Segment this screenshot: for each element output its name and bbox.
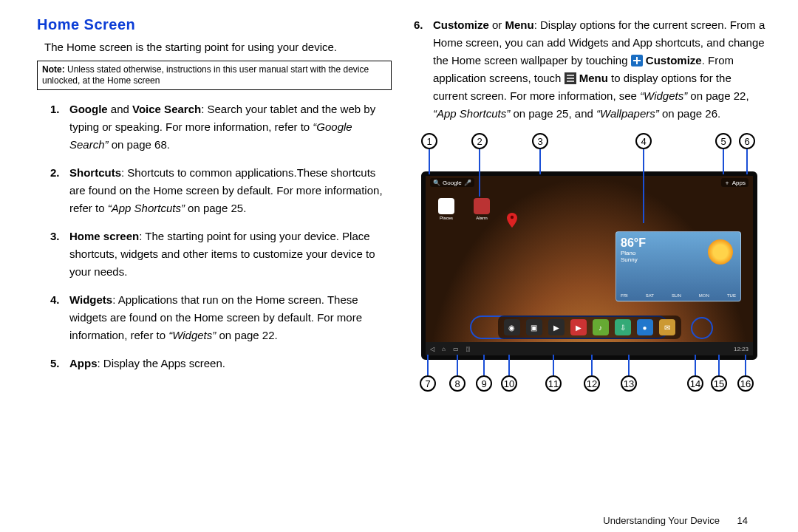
system-bar: ◁ ⌂ ▭ ⍰ 12:23	[426, 342, 753, 355]
cross-ref: “App Shortcuts”	[108, 202, 185, 214]
callout: 1	[421, 133, 437, 149]
dock-camera[interactable]: ◉	[504, 319, 520, 335]
callout: 15	[711, 375, 727, 392]
callout: 14	[687, 375, 703, 392]
plus-icon	[631, 55, 643, 66]
home-icon[interactable]: ⌂	[442, 346, 446, 352]
tablet-screenshot: 🔍 Google 🎤 ＋ Apps Places Alarm 86°F Plan…	[421, 171, 757, 360]
callout: 6	[739, 133, 755, 149]
item-number: 3.	[50, 228, 60, 245]
dock: ◉▣▶▶♪⇩●✉	[498, 316, 681, 339]
callout: 10	[501, 375, 517, 392]
menu-icon	[565, 72, 576, 84]
home-shortcuts: Places Alarm	[436, 198, 492, 220]
status-row: 🔍 Google 🎤 ＋ Apps	[426, 178, 753, 190]
item-number: 1.	[50, 100, 60, 118]
recents-icon[interactable]: ▭	[453, 346, 459, 352]
callout: 16	[737, 375, 754, 392]
apps-chip[interactable]: ＋ Apps	[721, 178, 748, 187]
item-term: Shortcuts	[69, 166, 121, 179]
google-search-chip[interactable]: 🔍 Google 🎤	[430, 178, 474, 187]
callout: 8	[449, 375, 466, 392]
note-label: Note:	[42, 64, 65, 75]
note-text: Unless stated otherwise, instructions in…	[42, 64, 369, 86]
list-item: 1. Google and Voice Search: Search your …	[50, 100, 392, 154]
svg-point-0	[511, 216, 514, 219]
item-number: 2.	[50, 164, 60, 182]
footer-section: Understanding Your Device	[603, 515, 720, 526]
callout: 3	[532, 133, 548, 149]
numbered-list-cont: 6. Customize or Menu: Display options fo…	[414, 16, 768, 123]
note-box: Note: Unless stated otherwise, instructi…	[37, 61, 392, 90]
section-heading: Home Screen	[37, 16, 392, 33]
sun-icon	[708, 239, 733, 265]
dock-youtube[interactable]: ▶	[570, 319, 587, 335]
callout: 5	[715, 133, 732, 149]
callout: 9	[476, 375, 492, 392]
list-item: 4. Widgets: Applications that run on the…	[50, 291, 392, 344]
item-term: Widgets	[69, 293, 112, 306]
page-footer: Understanding Your Device 14	[603, 515, 748, 526]
item-term: Google	[69, 103, 108, 115]
shortcut-places[interactable]: Places	[436, 198, 457, 220]
weather-widget[interactable]: 86°F Plano Sunny FRI SAT SUN MON TUE	[615, 231, 741, 301]
dock-gallery[interactable]: ▣	[526, 319, 542, 335]
browser-ring	[691, 317, 713, 339]
dock-market[interactable]: ⇩	[615, 319, 631, 335]
dock-video[interactable]: ▶	[548, 319, 565, 335]
map-pin-icon	[507, 213, 517, 228]
item-number: 5.	[50, 355, 60, 372]
callout: 7	[420, 375, 436, 392]
list-item: 2. Shortcuts: Shortcuts to common applic…	[50, 164, 392, 217]
item-term: Apps	[69, 357, 98, 369]
callout: 4	[635, 133, 652, 149]
numbered-list: 1. Google and Voice Search: Search your …	[50, 100, 392, 372]
callout: 11	[545, 375, 562, 392]
dock-browser[interactable]: ●	[637, 319, 653, 335]
list-item: 6. Customize or Menu: Display options fo…	[414, 16, 768, 123]
dock-email[interactable]: ✉	[659, 319, 675, 335]
list-item: 3. Home screen: The starting point for u…	[50, 228, 392, 281]
callout: 12	[584, 375, 600, 392]
list-item: 5. Apps: Display the Apps screen.	[50, 355, 392, 372]
callout: 13	[621, 375, 637, 392]
cross-ref: “Widgets”	[168, 329, 216, 341]
item-term: Home screen	[69, 230, 139, 242]
back-icon[interactable]: ◁	[430, 346, 434, 352]
home-screen-figure: 1 2 3 4 5 6 🔍 Google 🎤 ＋ Apps Places Ala…	[414, 133, 765, 399]
clock: 12:23	[734, 346, 748, 352]
intro-text: The Home screen is the starting point fo…	[44, 41, 392, 53]
left-column: Home Screen The Home screen is the start…	[37, 16, 392, 399]
screenshot-icon[interactable]: ⍰	[466, 346, 470, 352]
callout: 2	[471, 133, 488, 149]
dock-music[interactable]: ♪	[593, 319, 609, 335]
shortcut-alarm[interactable]: Alarm	[471, 198, 492, 220]
item-number: 6.	[414, 16, 423, 34]
item-number: 4.	[50, 291, 60, 309]
right-column: 6. Customize or Menu: Display options fo…	[414, 16, 768, 399]
footer-page: 14	[737, 515, 748, 526]
